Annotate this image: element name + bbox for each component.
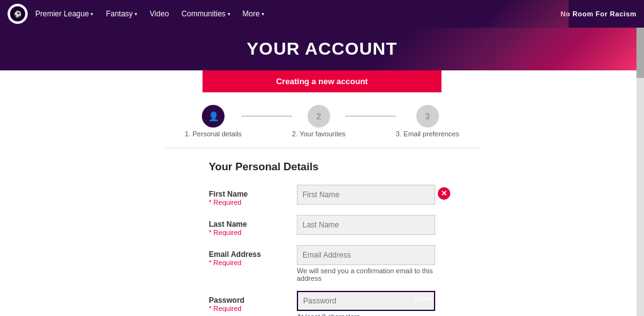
email-input[interactable] xyxy=(297,245,435,265)
nav-item-premier-league[interactable]: Premier League ▾ xyxy=(35,9,93,18)
step-email-preferences: 3 3. Email preferences xyxy=(396,105,459,138)
first-name-input-col: ✕ xyxy=(297,185,435,205)
email-label: Email Address xyxy=(209,250,297,259)
step-3-label: 3. Email preferences xyxy=(396,130,459,138)
email-input-col: We will send you a confirmation email to… xyxy=(297,245,435,282)
step-2-label: 2. Your favourites xyxy=(292,130,345,138)
password-group: Password * Required Show At least 8 char… xyxy=(209,291,435,316)
last-name-label: Last Name xyxy=(209,220,297,229)
premier-league-logo: ⚽ xyxy=(10,6,25,21)
password-required: * Required xyxy=(209,305,297,312)
nav-item-more[interactable]: More ▾ xyxy=(243,9,264,18)
password-hint: At least 8 characters xyxy=(297,313,435,316)
scrollbar-thumb[interactable] xyxy=(636,28,644,78)
last-name-input[interactable] xyxy=(297,215,435,235)
chevron-down-icon: ▾ xyxy=(135,11,137,17)
steps-container: 👤 1. Personal details 2 2. Your favourit… xyxy=(0,92,644,144)
main-content: Creating a new account 👤 1. Personal det… xyxy=(0,70,644,316)
page-title: Your Account xyxy=(247,39,397,59)
last-name-required: * Required xyxy=(209,229,297,236)
email-required: * Required xyxy=(209,259,297,266)
password-label: Password xyxy=(209,296,297,305)
step-2-circle: 2 xyxy=(308,105,330,128)
chevron-down-icon: ▾ xyxy=(262,11,264,17)
first-name-label: First Name xyxy=(209,190,297,199)
password-wrapper: Show xyxy=(297,291,435,311)
email-label-col: Email Address * Required xyxy=(209,245,297,266)
banner-accent xyxy=(455,28,644,70)
clear-first-name-button[interactable]: ✕ xyxy=(438,187,450,200)
email-group: Email Address * Required We will send yo… xyxy=(209,245,435,282)
first-name-label-col: First Name * Required xyxy=(209,185,297,206)
form-title: Your Personal Details xyxy=(209,161,435,173)
email-hint: We will send you a confirmation email to… xyxy=(297,267,435,282)
navigation: ⚽ Premier League ▾ Fantasy ▾ Video Commu… xyxy=(0,0,644,28)
step-1-label: 1. Personal details xyxy=(185,130,242,138)
first-name-input[interactable] xyxy=(297,185,435,205)
step-line-2 xyxy=(345,116,396,117)
no-racism-text: No Room For Racism xyxy=(560,10,636,18)
step-favourites: 2 2. Your favourites xyxy=(292,105,345,138)
nav-item-communities[interactable]: Communities ▾ xyxy=(182,9,230,18)
first-name-group: First Name * Required ✕ xyxy=(209,185,435,206)
chevron-down-icon: ▾ xyxy=(228,11,230,17)
nav-item-fantasy[interactable]: Fantasy ▾ xyxy=(106,9,137,18)
show-password-button[interactable]: Show xyxy=(414,295,431,302)
last-name-label-col: Last Name * Required xyxy=(209,215,297,236)
password-label-col: Password * Required xyxy=(209,291,297,312)
step-3-circle: 3 xyxy=(416,105,439,128)
nav-items: Premier League ▾ Fantasy ▾ Video Communi… xyxy=(35,9,560,18)
creating-bar: Creating a new account xyxy=(203,70,441,92)
divider xyxy=(165,148,479,148)
form-section: Your Personal Details First Name * Requi… xyxy=(196,155,448,316)
scrollbar-track[interactable] xyxy=(636,28,644,316)
nav-item-video[interactable]: Video xyxy=(150,9,169,18)
last-name-input-col xyxy=(297,215,435,235)
first-name-required: * Required xyxy=(209,199,297,206)
header-banner: Your Account xyxy=(0,28,644,70)
chevron-down-icon: ▾ xyxy=(91,11,93,17)
person-icon: 👤 xyxy=(208,111,219,121)
step-personal-details: 👤 1. Personal details xyxy=(185,105,242,138)
step-1-circle: 👤 xyxy=(202,105,225,128)
nav-logo[interactable]: ⚽ xyxy=(8,4,28,24)
password-input-col: Show At least 8 characters xyxy=(297,291,435,316)
last-name-group: Last Name * Required xyxy=(209,215,435,236)
step-line-1 xyxy=(242,116,292,117)
